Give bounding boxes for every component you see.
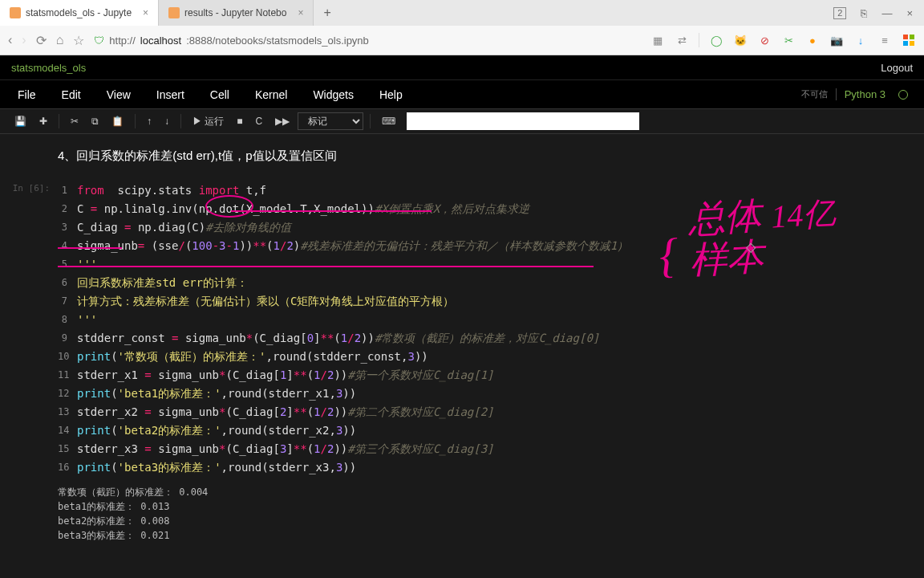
- code-line[interactable]: 16print('beta3的标准差：',round(stderr_x3,3)): [58, 458, 914, 477]
- lineno: 4: [58, 237, 77, 255]
- save-button[interactable]: 💾: [10, 113, 31, 129]
- notebook-body: 4、回归系数的标准差(std err),t值，p值以及置信区间 In [6]: …: [0, 134, 924, 559]
- code-text: print('beta3的标准差：',round(stderr_x3,3)): [77, 458, 356, 477]
- qr-icon[interactable]: ▦: [650, 33, 665, 47]
- cell-prompt: In [6]:: [0, 178, 58, 559]
- menu-help[interactable]: Help: [368, 83, 414, 106]
- code-line[interactable]: 5''': [58, 255, 914, 274]
- new-tab-button[interactable]: +: [314, 6, 340, 20]
- bookmark-icon[interactable]: ☆: [73, 33, 84, 48]
- code-text: ''': [77, 311, 97, 329]
- forward-icon[interactable]: ›: [22, 33, 26, 47]
- menu-icon[interactable]: ≡: [877, 33, 892, 47]
- code-text: print('beta1的标准差：',round(stderr_x1,3)): [77, 385, 356, 403]
- tab-label: results - Jupyter Notebo: [184, 7, 286, 18]
- window-controls: 2 ⎘ — ×: [822, 7, 924, 19]
- url-field[interactable]: 🛡 http://localhost:8888/notebooks/statsm…: [94, 35, 641, 47]
- translate-icon[interactable]: ⇄: [675, 33, 689, 47]
- ext1-icon[interactable]: ◯: [709, 33, 723, 47]
- kernel-name[interactable]: Python 3: [836, 88, 886, 100]
- paste-button[interactable]: 📋: [107, 113, 128, 129]
- url-path: :8888/notebooks/statsmodels_ols.ipynb: [186, 35, 369, 47]
- ext5-icon[interactable]: 📷: [829, 33, 844, 47]
- code-text: print('beta2的标准差：',round(stderr_x2,3)): [77, 421, 356, 440]
- home-icon[interactable]: ⌂: [56, 33, 64, 47]
- code-text: C = np.linalg.inv(np.dot(X_model.T,X_mod…: [77, 200, 529, 218]
- svg-rect-3: [910, 41, 914, 46]
- toolbar-input[interactable]: [407, 112, 639, 130]
- code-line[interactable]: 3C_diag = np.diag(C)#去除对角线的值: [58, 218, 914, 237]
- lineno: 15: [58, 440, 77, 458]
- code-line[interactable]: 1from scipy.stats import t,f: [58, 181, 914, 200]
- code-line[interactable]: 6回归系数标准差std err的计算：: [58, 274, 914, 292]
- tab-active[interactable]: statsmodels_ols - Jupyte ×: [0, 0, 159, 26]
- markdown-cell[interactable]: 4、回归系数的标准差(std err),t值，p值以及置信区间: [0, 134, 924, 178]
- code-text: stderr_x2 = sigma_unb*(C_diag[2]**(1/2))…: [77, 403, 494, 421]
- minimize-icon[interactable]: —: [881, 7, 892, 19]
- extensions-icon[interactable]: ⎘: [861, 7, 867, 19]
- lineno: 5: [58, 255, 77, 274]
- tab-label: statsmodels_ols - Jupyte: [26, 7, 132, 18]
- jupyter-menubar: File Edit View Insert Cell Kernel Widget…: [0, 79, 924, 108]
- grid-icon[interactable]: [902, 33, 916, 47]
- code-line[interactable]: 4sigma_unb= (sse/(100-3-1))**(1/2)#残差标准差…: [58, 237, 914, 255]
- code-line[interactable]: 14print('beta2的标准差：',round(stderr_x2,3)): [58, 421, 914, 440]
- code-line[interactable]: 9stdderr_const = sigma_unb*(C_diag[0]**(…: [58, 329, 914, 348]
- celltype-select[interactable]: 标记: [298, 112, 363, 130]
- code-line[interactable]: 10print('常数项（截距）的标准差：',round(stdderr_con…: [58, 348, 914, 366]
- code-cell[interactable]: In [6]: 1from scipy.stats import t,f2C =…: [0, 178, 924, 559]
- lineno: 12: [58, 385, 77, 403]
- shield-icon: 🛡: [94, 35, 104, 47]
- code-line[interactable]: 7计算方式：残差标准差（无偏估计）乘以（C矩阵对角线上对应值的平方根）: [58, 292, 914, 311]
- code-line[interactable]: 13stderr_x2 = sigma_unb*(C_diag[2]**(1/2…: [58, 403, 914, 421]
- back-icon[interactable]: ‹: [8, 33, 12, 47]
- run-button[interactable]: ▶ 运行: [188, 112, 229, 131]
- cell-prompt: [0, 134, 58, 178]
- address-bar: ‹ › ⟳ ⌂ ☆ 🛡 http://localhost:8888/notebo…: [0, 26, 924, 55]
- menu-file[interactable]: File: [6, 83, 47, 106]
- move-up-button[interactable]: ↑: [142, 113, 156, 129]
- menu-widgets[interactable]: Widgets: [302, 83, 365, 106]
- add-cell-button[interactable]: ✚: [34, 113, 52, 129]
- restart-button[interactable]: C: [251, 113, 268, 129]
- window-badge: 2: [833, 7, 846, 19]
- logout-button[interactable]: Logout: [881, 62, 913, 74]
- menu-view[interactable]: View: [95, 83, 142, 106]
- lineno: 9: [58, 329, 77, 348]
- forward-button[interactable]: ▶▶: [270, 113, 294, 129]
- close-icon[interactable]: ×: [298, 7, 303, 18]
- notebook-title[interactable]: statsmodels_ols: [11, 62, 86, 74]
- lineno: 3: [58, 218, 77, 237]
- browser-chrome: statsmodels_ols - Jupyte × results - Jup…: [0, 0, 924, 55]
- code-line[interactable]: 2C = np.linalg.inv(np.dot(X_model.T,X_mo…: [58, 200, 914, 218]
- menu-edit[interactable]: Edit: [51, 83, 92, 106]
- trust-label[interactable]: 不可信: [801, 88, 828, 100]
- lineno: 11: [58, 366, 77, 385]
- code-line[interactable]: 8''': [58, 311, 914, 329]
- scissors-icon[interactable]: ✂: [781, 33, 796, 47]
- menu-insert[interactable]: Insert: [145, 83, 196, 106]
- reload-icon[interactable]: ⟳: [36, 33, 47, 48]
- menu-cell[interactable]: Cell: [199, 83, 241, 106]
- download-icon[interactable]: ↓: [853, 33, 868, 47]
- move-down-button[interactable]: ↓: [160, 113, 174, 129]
- close-icon[interactable]: ×: [143, 7, 148, 18]
- stop-button[interactable]: ■: [232, 113, 247, 129]
- code-line[interactable]: 15stderr_x3 = sigma_unb*(C_diag[3]**(1/2…: [58, 440, 914, 458]
- code-text: print('常数项（截距）的标准差：',round(stdderr_const…: [77, 348, 428, 366]
- menu-kernel[interactable]: Kernel: [244, 83, 298, 106]
- kernel-status: 不可信 Python 3: [801, 88, 918, 100]
- svg-rect-0: [903, 35, 908, 39]
- ext2-icon[interactable]: 🐱: [733, 33, 748, 47]
- copy-button[interactable]: ⧉: [87, 113, 103, 129]
- code-line[interactable]: 11stderr_x1 = sigma_unb*(C_diag[1]**(1/2…: [58, 366, 914, 385]
- code-editor[interactable]: 1from scipy.stats import t,f2C = np.lina…: [58, 181, 914, 477]
- ext4-icon[interactable]: ●: [805, 33, 820, 47]
- command-palette-button[interactable]: ⌨: [377, 113, 400, 129]
- ext3-icon[interactable]: ⊘: [757, 33, 772, 47]
- svg-rect-1: [910, 35, 914, 39]
- code-line[interactable]: 12print('beta1的标准差：',round(stderr_x1,3)): [58, 385, 914, 403]
- close-window-icon[interactable]: ×: [906, 7, 913, 19]
- tab-inactive[interactable]: results - Jupyter Notebo ×: [159, 0, 314, 26]
- cut-button[interactable]: ✂: [66, 113, 83, 129]
